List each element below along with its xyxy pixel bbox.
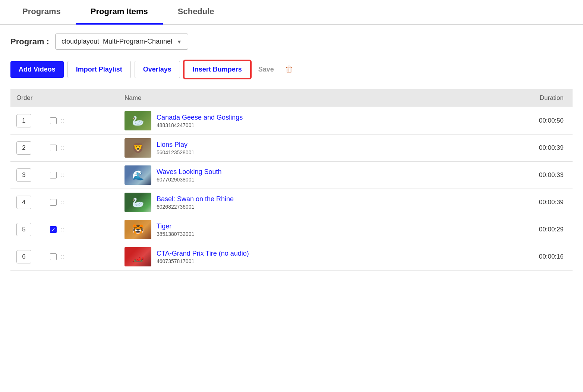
drag-handle-6[interactable]: ::	[60, 253, 64, 260]
table-header: Order Name Duration	[10, 89, 573, 107]
toolbar: Add Videos Import Playlist Overlays Inse…	[10, 60, 573, 79]
table-row: 6 :: 🏎️ CTA-Grand Prix Tire (no audio) 4…	[10, 243, 573, 271]
name-info-1: Canada Geese and Goslings 4883184247001	[157, 114, 243, 128]
import-playlist-button[interactable]: Import Playlist	[67, 61, 131, 78]
video-id-6: 4607357817001	[157, 258, 249, 264]
thumbnail-5: 🐯	[125, 220, 151, 239]
order-number-5: 5	[16, 223, 31, 236]
video-title-5[interactable]: Tiger	[157, 222, 194, 230]
video-title-4[interactable]: Basel: Swan on the Rhine	[157, 195, 234, 203]
controls-cell-2: ::	[50, 145, 125, 151]
duration-cell-2: 00:00:39	[507, 144, 567, 152]
save-button[interactable]: Save	[255, 61, 278, 78]
thumb-icon-3: 🌊	[125, 165, 151, 185]
thumb-icon-2: 🦁	[125, 138, 151, 158]
order-number-6: 6	[16, 250, 31, 263]
name-info-3: Waves Looking South 6077029038001	[157, 168, 221, 183]
video-title-3[interactable]: Waves Looking South	[157, 168, 221, 176]
table-row: 2 :: 🦁 Lions Play 5604123528001 00:00:39	[10, 135, 573, 162]
tab-program-items[interactable]: Program Items	[76, 0, 163, 25]
tab-programs[interactable]: Programs	[7, 0, 76, 25]
duration-cell-5: 00:00:29	[507, 226, 567, 233]
drag-handle-4[interactable]: ::	[60, 199, 64, 206]
video-title-2[interactable]: Lions Play	[157, 141, 194, 149]
video-id-1: 4883184247001	[157, 122, 243, 128]
thumbnail-3: 🌊	[125, 165, 151, 185]
duration-cell-4: 00:00:39	[507, 199, 567, 206]
name-cell-4: 🦢 Basel: Swan on the Rhine 6026822736001	[125, 193, 507, 212]
drag-handle-5[interactable]: ::	[60, 226, 64, 233]
name-cell-5: 🐯 Tiger 3851380732001	[125, 220, 507, 239]
table-body: 1 :: 🦢 Canada Geese and Goslings 4883184…	[10, 107, 573, 271]
header-duration: Duration	[507, 94, 567, 102]
header-name: Name	[125, 94, 507, 102]
main-content: Program : cloudplayout_Multi-Program-Cha…	[0, 25, 583, 279]
overlays-button[interactable]: Overlays	[135, 61, 180, 78]
program-selected-value: cloudplayout_Multi-Program-Channel	[62, 38, 172, 45]
thumb-icon-4: 🦢	[125, 193, 151, 212]
duration-cell-6: 00:00:16	[507, 253, 567, 260]
thumb-icon-5: 🐯	[125, 220, 151, 239]
program-dropdown[interactable]: cloudplayout_Multi-Program-Channel ▼	[55, 34, 188, 50]
thumb-icon-6: 🏎️	[125, 247, 151, 266]
order-cell-4: 4	[16, 196, 50, 209]
order-cell-1: 1	[16, 114, 50, 127]
row-checkbox-3[interactable]	[50, 172, 57, 178]
dropdown-arrow-icon: ▼	[177, 39, 182, 45]
trash-icon: 🗑	[285, 64, 293, 74]
name-info-4: Basel: Swan on the Rhine 6026822736001	[157, 195, 234, 210]
video-id-4: 6026822736001	[157, 204, 234, 210]
video-title-6[interactable]: CTA-Grand Prix Tire (no audio)	[157, 250, 249, 257]
video-id-2: 5604123528001	[157, 149, 194, 155]
insert-bumpers-button[interactable]: Insert Bumpers	[184, 60, 251, 79]
order-cell-2: 2	[16, 141, 50, 155]
header-name-spacer	[50, 94, 125, 102]
thumbnail-2: 🦁	[125, 138, 151, 158]
row-checkbox-2[interactable]	[50, 145, 57, 151]
order-number-1: 1	[16, 114, 31, 127]
controls-cell-3: ::	[50, 172, 125, 178]
row-checkbox-5[interactable]	[50, 226, 57, 233]
thumbnail-6: 🏎️	[125, 247, 151, 266]
drag-handle-3[interactable]: ::	[60, 172, 64, 178]
row-checkbox-4[interactable]	[50, 199, 57, 206]
controls-cell-4: ::	[50, 199, 125, 206]
row-checkbox-1[interactable]	[50, 117, 57, 124]
name-info-6: CTA-Grand Prix Tire (no audio) 460735781…	[157, 250, 249, 264]
video-title-1[interactable]: Canada Geese and Goslings	[157, 114, 243, 121]
name-cell-3: 🌊 Waves Looking South 6077029038001	[125, 165, 507, 185]
table-row: 4 :: 🦢 Basel: Swan on the Rhine 60268227…	[10, 189, 573, 216]
table-row: 5 :: 🐯 Tiger 3851380732001 00:00:29	[10, 216, 573, 243]
add-videos-button[interactable]: Add Videos	[10, 61, 64, 78]
order-cell-5: 5	[16, 223, 50, 236]
thumbnail-4: 🦢	[125, 193, 151, 212]
controls-cell-6: ::	[50, 253, 125, 260]
program-row: Program : cloudplayout_Multi-Program-Cha…	[10, 34, 573, 50]
tab-schedule[interactable]: Schedule	[163, 0, 229, 25]
controls-cell-1: ::	[50, 117, 125, 124]
thumbnail-1: 🦢	[125, 111, 151, 130]
name-cell-2: 🦁 Lions Play 5604123528001	[125, 138, 507, 158]
row-checkbox-6[interactable]	[50, 253, 57, 260]
tab-bar: Programs Program Items Schedule	[0, 0, 583, 25]
drag-handle-2[interactable]: ::	[60, 145, 64, 151]
program-label: Program :	[10, 37, 49, 47]
video-id-3: 6077029038001	[157, 177, 221, 183]
delete-button[interactable]: 🗑	[281, 60, 297, 79]
order-number-4: 4	[16, 196, 31, 209]
drag-handle-1[interactable]: ::	[60, 117, 64, 124]
order-number-3: 3	[16, 168, 31, 182]
order-cell-3: 3	[16, 168, 50, 182]
name-info-5: Tiger 3851380732001	[157, 222, 194, 237]
thumb-icon-1: 🦢	[125, 111, 151, 130]
header-order: Order	[16, 94, 50, 102]
video-id-5: 3851380732001	[157, 231, 194, 237]
duration-cell-1: 00:00:50	[507, 117, 567, 124]
name-cell-1: 🦢 Canada Geese and Goslings 488318424700…	[125, 111, 507, 130]
order-number-2: 2	[16, 141, 31, 155]
duration-cell-3: 00:00:33	[507, 171, 567, 179]
table-row: 1 :: 🦢 Canada Geese and Goslings 4883184…	[10, 107, 573, 135]
table-row: 3 :: 🌊 Waves Looking South 6077029038001…	[10, 162, 573, 189]
name-info-2: Lions Play 5604123528001	[157, 141, 194, 155]
controls-cell-5: ::	[50, 226, 125, 233]
